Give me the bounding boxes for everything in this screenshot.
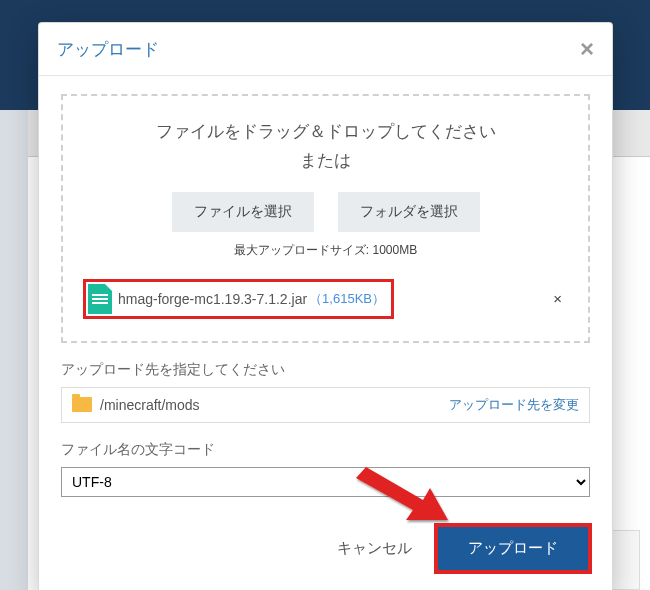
drop-line2: または (300, 151, 351, 170)
encoding-select[interactable]: UTF-8 (61, 467, 590, 497)
file-name: hmag-forge-mc1.19.3-7.1.2.jar (118, 291, 307, 307)
drop-instruction: ファイルをドラッグ＆ドロップしてください または (79, 118, 572, 176)
select-file-button[interactable]: ファイルを選択 (172, 192, 314, 232)
max-size-label: 最大アップロードサイズ: 1000MB (79, 242, 572, 259)
cancel-button[interactable]: キャンセル (337, 539, 412, 558)
destination-path: /minecraft/mods (100, 397, 200, 413)
remove-file-icon[interactable]: × (547, 290, 568, 307)
upload-button[interactable]: アップロード (438, 527, 588, 570)
modal-header: アップロード × (39, 23, 612, 76)
upload-modal: アップロード × ファイルをドラッグ＆ドロップしてください または ファイルを選… (38, 22, 613, 590)
close-icon[interactable]: × (580, 37, 594, 61)
destination-row: /minecraft/mods アップロード先を変更 (61, 387, 590, 423)
folder-icon (72, 397, 92, 412)
drop-line1: ファイルをドラッグ＆ドロップしてください (156, 122, 496, 141)
dropzone[interactable]: ファイルをドラッグ＆ドロップしてください または ファイルを選択 フォルダを選択… (61, 94, 590, 343)
destination-label: アップロード先を指定してください (61, 361, 590, 379)
select-folder-button[interactable]: フォルダを選択 (338, 192, 480, 232)
encoding-label: ファイル名の文字コード (61, 441, 590, 459)
file-row: hmag-forge-mc1.19.3-7.1.2.jar （1,615KB） … (79, 273, 572, 325)
file-size: （1,615KB） (309, 290, 385, 308)
modal-title: アップロード (57, 38, 159, 61)
change-destination-link[interactable]: アップロード先を変更 (449, 396, 579, 414)
file-icon (88, 284, 112, 314)
